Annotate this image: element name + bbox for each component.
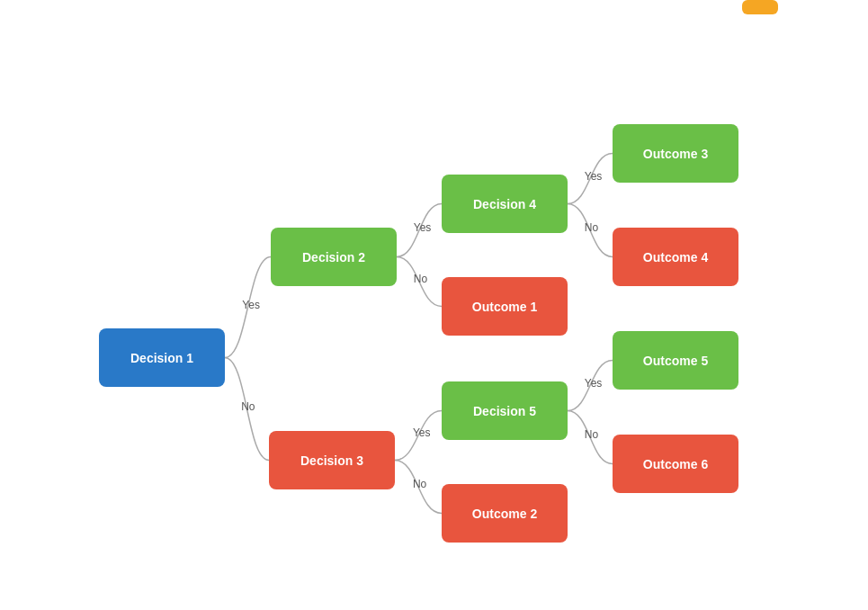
edge-label-decision4-outcome3: Yes: [585, 170, 603, 183]
node-outcome6[interactable]: Outcome 6: [613, 435, 738, 493]
node-outcome4[interactable]: Outcome 4: [613, 228, 738, 286]
connectors-svg: [0, 0, 868, 610]
node-decision1[interactable]: Decision 1: [99, 328, 225, 387]
node-decision5[interactable]: Decision 5: [442, 381, 568, 440]
node-decision2[interactable]: Decision 2: [271, 228, 397, 286]
edge-label-decision4-outcome4: No: [585, 221, 598, 234]
edge-label-decision3-decision5: Yes: [413, 426, 431, 439]
edge-label-decision2-outcome1: No: [414, 273, 427, 285]
node-outcome3[interactable]: Outcome 3: [613, 124, 738, 183]
export-button[interactable]: [742, 0, 778, 14]
tree-container: Decision 1Decision 2Decision 3Decision 4…: [0, 0, 868, 610]
node-outcome2[interactable]: Outcome 2: [442, 484, 568, 543]
node-decision4[interactable]: Decision 4: [442, 175, 568, 233]
edge-label-decision1-decision2: Yes: [242, 299, 260, 311]
edge-label-decision2-decision4: Yes: [414, 221, 432, 234]
node-outcome1[interactable]: Outcome 1: [442, 277, 568, 336]
edge-label-decision5-outcome5: Yes: [585, 377, 603, 390]
edge-label-decision3-outcome2: No: [413, 478, 426, 490]
node-decision3[interactable]: Decision 3: [269, 431, 395, 489]
edge-label-decision1-decision3: No: [241, 400, 255, 413]
node-outcome5[interactable]: Outcome 5: [613, 331, 738, 390]
edge-label-decision5-outcome6: No: [585, 428, 598, 441]
